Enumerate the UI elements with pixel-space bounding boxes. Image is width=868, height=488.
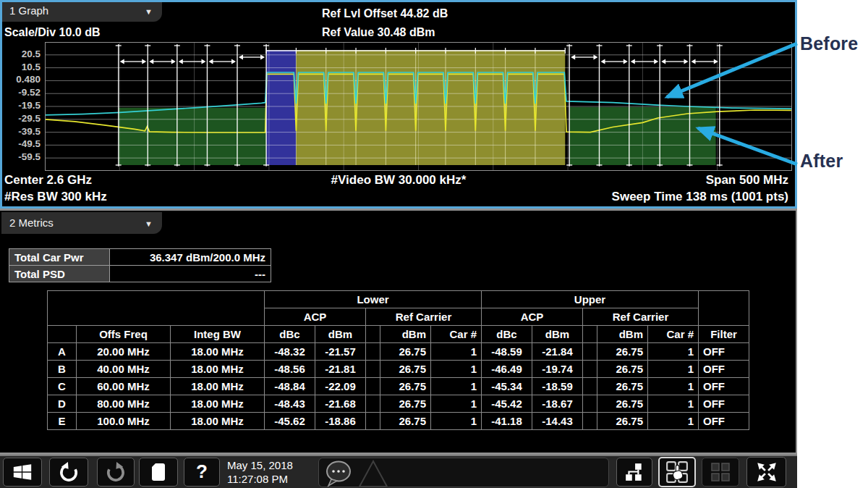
acp-cell: -18.59 — [532, 378, 583, 395]
acp-cell: 60.00 MHz — [77, 378, 171, 395]
acp-cell: 1 — [431, 378, 482, 395]
redo-button[interactable] — [97, 458, 135, 487]
acp-header-acp: ACP — [482, 308, 583, 326]
acp-cell: -21.84 — [532, 343, 583, 361]
window-grid-button[interactable] — [702, 458, 739, 487]
acp-column-header — [48, 326, 77, 343]
acp-cell: 1 — [648, 378, 699, 395]
spectrum-plot[interactable] — [45, 42, 792, 171]
acp-cell: -21.68 — [315, 395, 366, 413]
speech-bubble-icon[interactable] — [323, 460, 356, 487]
undo-button[interactable] — [49, 458, 88, 487]
datetime-display[interactable]: May 15, 2018 11:27:08 PM — [227, 458, 293, 486]
acp-cell: -48.59 — [482, 343, 532, 361]
table-row: E100.0 MHz18.00 MHz-45.62-18.8626.751-41… — [48, 413, 749, 430]
summary-row: Total Car Pwr36.347 dBm/200.0 MHz — [9, 249, 271, 266]
summary-label: Total Car Pwr — [9, 249, 110, 266]
sweep-time-label: Sweep Time 138 ms (1001 pts) — [612, 190, 788, 204]
carriers-band — [296, 50, 565, 165]
acp-cell: -48.56 — [265, 361, 315, 378]
acp-cell — [366, 343, 380, 361]
res-bw-label: #Res BW 300 kHz — [4, 190, 107, 204]
acp-cell: -19.74 — [532, 361, 583, 378]
acp-cell: 18.00 MHz — [171, 361, 265, 378]
y-axis-tick-label: 0.480 — [1, 74, 41, 85]
system-toolbar: ? May 15, 2018 11:27:08 PM — [0, 455, 797, 488]
reference-carrier-band — [266, 50, 296, 165]
windows-start-button[interactable] — [3, 458, 42, 487]
page: 1 Graph ▼ Scale/Div 10.0 dB Ref Lvl Offs… — [0, 0, 868, 488]
y-axis-tick-label: -29.5 — [1, 113, 41, 124]
acp-row-label: E — [48, 413, 77, 430]
graph-tab-label: 1 Graph — [9, 4, 48, 17]
block-diagram-button[interactable] — [616, 458, 652, 487]
acp-cell: 1 — [431, 343, 482, 361]
acp-header-ref-carrier: Ref Carrier — [366, 308, 482, 326]
window-select-button[interactable] — [658, 457, 696, 487]
acp-cell: OFF — [699, 343, 749, 361]
acp-cell — [366, 413, 380, 430]
chevron-down-icon: ▼ — [145, 213, 153, 235]
y-axis-tick-label: 20.5 — [1, 49, 41, 59]
triangle-marker-icon[interactable] — [357, 460, 390, 487]
time-label: 11:27:08 PM — [227, 472, 293, 486]
fullscreen-button[interactable] — [746, 457, 786, 487]
expand-icon — [755, 460, 778, 484]
acp-cell — [583, 361, 597, 378]
acp-cell: 26.75 — [597, 378, 648, 395]
acp-cell: 26.75 — [597, 395, 648, 413]
acp-row-label: C — [48, 378, 77, 395]
acp-row-label: A — [48, 343, 77, 361]
center-freq-label: Center 2.6 GHz — [4, 173, 92, 188]
screenshot-button[interactable] — [139, 458, 178, 487]
summary-label: Total PSD — [9, 266, 110, 282]
acp-cell: -14.43 — [532, 413, 583, 430]
power-summary-table: Total Car Pwr36.347 dBm/200.0 MHzTotal P… — [9, 248, 271, 282]
analyzer-screen: 1 Graph ▼ Scale/Div 10.0 dB Ref Lvl Offs… — [0, 0, 797, 488]
acp-cell: 80.00 MHz — [77, 395, 171, 413]
acp-column-header: dBc — [482, 326, 532, 343]
windows-icon — [12, 461, 33, 483]
acp-column-header: dBm — [315, 326, 366, 343]
acp-cell: -22.09 — [315, 378, 366, 395]
acp-cell: 1 — [648, 361, 699, 378]
acp-cell: 26.75 — [380, 378, 431, 395]
acp-cell: OFF — [699, 361, 749, 378]
acp-header-lower: Lower — [265, 291, 482, 308]
acp-cell: 40.00 MHz — [77, 361, 171, 378]
acp-column-header: Car # — [431, 326, 482, 343]
acp-cell — [366, 361, 380, 378]
after-label: After — [800, 151, 843, 172]
acp-column-header: Offs Freq — [77, 326, 171, 343]
undo-icon — [58, 461, 80, 483]
acp-cell — [366, 395, 380, 413]
lower-offset-zone — [119, 108, 266, 165]
acp-cell: -21.57 — [315, 343, 366, 361]
acp-header-upper: Upper — [482, 291, 699, 308]
y-axis-tick-label: 10.5 — [1, 62, 41, 72]
acp-cell: 26.75 — [597, 413, 648, 430]
summary-value: --- — [110, 266, 271, 282]
graph-window-dropdown[interactable]: 1 Graph ▼ — [1, 0, 162, 22]
y-axis-tick-label: -39.5 — [1, 126, 41, 137]
metrics-tab-label: 2 Metrics — [9, 216, 54, 229]
window-grid-icon — [710, 461, 731, 483]
acp-column-header: dBc — [265, 326, 315, 343]
acp-column-header: dBm — [597, 326, 648, 343]
acp-cell: 1 — [648, 395, 699, 413]
metrics-window-dropdown[interactable]: 2 Metrics ▼ — [1, 212, 162, 234]
span-label: Span 500 MHz — [706, 173, 788, 188]
acp-cell: 26.75 — [380, 361, 431, 378]
acp-cell: 18.00 MHz — [171, 343, 265, 361]
summary-row: Total PSD--- — [9, 266, 271, 282]
acp-cell — [583, 343, 597, 361]
acp-column-header: dBm — [532, 326, 583, 343]
metrics-window[interactable]: 2 Metrics ▼ Total Car Pwr36.347 dBm/200.… — [0, 211, 796, 453]
graph-window[interactable]: 1 Graph ▼ Scale/Div 10.0 dB Ref Lvl Offs… — [0, 0, 797, 209]
acp-cell: 100.0 MHz — [77, 413, 171, 430]
acp-cell: 26.75 — [380, 413, 431, 430]
help-button[interactable]: ? — [184, 458, 220, 487]
acp-cell: 26.75 — [597, 343, 648, 361]
acp-cell — [583, 395, 597, 413]
acp-cell — [583, 378, 597, 395]
